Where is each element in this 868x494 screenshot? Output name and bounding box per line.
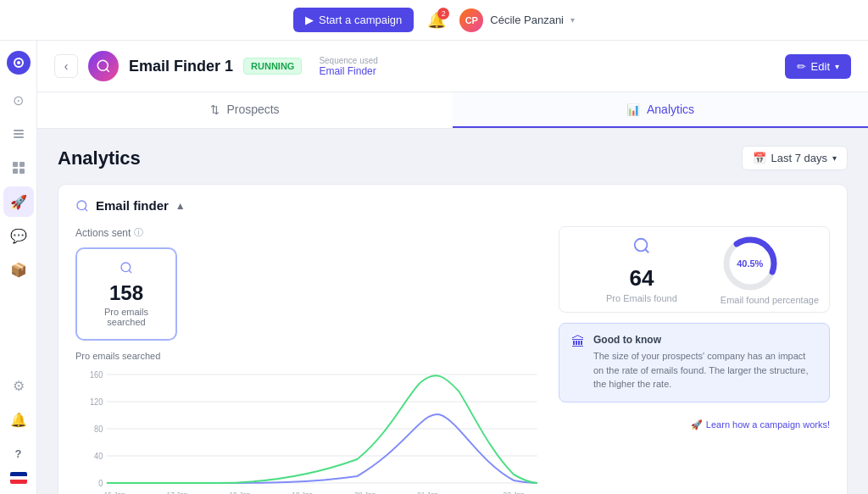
metric-pro-emails-label: Pro Emails found — [570, 293, 714, 303]
edit-button[interactable]: ✏ Edit ▾ — [785, 54, 851, 79]
section-title: Email finder — [96, 198, 169, 213]
svg-line-14 — [129, 270, 131, 273]
campaign-icon — [88, 51, 119, 81]
analytics-tab-icon: 📊 — [626, 103, 640, 116]
section-header: Email finder ▲ — [75, 198, 830, 213]
svg-text:80: 80 — [94, 425, 103, 434]
campaign-header: ‹ Email Finder 1 RUNNING Sequence used E… — [37, 41, 868, 92]
sidebar-item-messages[interactable]: 💬 — [3, 220, 34, 251]
right-panel: 64 Pro Emails found 40.5 — [559, 226, 830, 494]
edit-icon: ✏ — [797, 60, 806, 73]
sidebar-logo[interactable] — [7, 51, 31, 75]
sidebar-item-lists[interactable] — [3, 119, 34, 149]
learn-icon: 🚀 — [691, 419, 703, 430]
svg-text:40: 40 — [94, 452, 103, 461]
info-box: 🏛 Good to know The size of your prospect… — [559, 323, 830, 402]
sequence-label: Sequence used — [319, 56, 378, 65]
svg-line-12 — [85, 208, 87, 211]
svg-rect-7 — [13, 169, 18, 174]
svg-line-33 — [645, 249, 648, 253]
svg-text:15 Jan: 15 Jan — [104, 491, 125, 494]
svg-point-11 — [77, 201, 86, 210]
svg-line-10 — [106, 69, 108, 71]
analytics-header: Analytics 📅 Last 7 days ▾ — [58, 146, 848, 170]
metric-percentage-label: Email found percentage — [721, 295, 819, 305]
svg-text:19 Jan: 19 Jan — [229, 491, 250, 494]
user-name-label: Cécile Panzani — [490, 14, 564, 26]
start-campaign-button[interactable]: ▶ Start a campaign — [293, 8, 414, 32]
tabs-bar: ⇅ Prospects 📊 Analytics — [37, 92, 868, 129]
tab-analytics[interactable]: 📊 Analytics — [453, 92, 868, 128]
sequence-info: Sequence used Email Finder — [319, 56, 378, 77]
email-finder-section: Email finder ▲ Actions sent ⓘ — [58, 184, 848, 494]
language-flag[interactable] — [10, 472, 27, 484]
learn-link[interactable]: 🚀 Learn how a campaign works! — [559, 419, 830, 430]
date-filter-button[interactable]: 📅 Last 7 days ▾ — [742, 146, 849, 170]
sidebar-item-tools[interactable]: 📦 — [3, 254, 34, 285]
info-box-text: The size of your prospects' company has … — [593, 349, 817, 391]
avatar: CP — [459, 8, 483, 32]
notification-badge: 2 — [437, 8, 449, 19]
svg-point-1 — [17, 61, 20, 64]
sidebar: ⊙ 🚀 💬 📦 ⚙ 🔔 ? — [0, 41, 37, 494]
svg-point-9 — [97, 60, 108, 70]
prospects-tab-icon: ⇅ — [210, 103, 220, 116]
date-filter-chevron: ▾ — [832, 153, 837, 163]
top-nav-center: ▶ Start a campaign 🔔 2 CP Cécile Panzani… — [293, 8, 575, 32]
svg-point-32 — [635, 238, 648, 251]
date-filter-label: Last 7 days — [771, 152, 828, 164]
svg-text:120: 120 — [90, 397, 103, 407]
metric-search-icon — [570, 236, 714, 260]
svg-text:21 Jan: 21 Jan — [417, 491, 438, 494]
svg-rect-6 — [19, 162, 25, 167]
sidebar-item-notifications[interactable]: 🔔 — [3, 404, 34, 435]
chevron-down-icon: ▾ — [570, 15, 575, 25]
back-button[interactable]: ‹ — [54, 54, 78, 78]
search-magnify-icon — [75, 199, 89, 213]
svg-rect-5 — [13, 162, 18, 167]
sidebar-item-campaigns[interactable]: 🚀 — [3, 186, 34, 217]
stat-description: Pro emailssearched — [92, 307, 160, 327]
sidebar-item-settings[interactable]: ⚙ — [3, 370, 34, 401]
chart-container: 160 120 80 40 0 15 Jan — [75, 366, 545, 494]
svg-rect-3 — [14, 133, 24, 135]
left-panel: Actions sent ⓘ 158 Pro emailssearched Pr… — [75, 226, 545, 494]
sidebar-item-home[interactable]: ⊙ — [3, 85, 34, 115]
user-profile[interactable]: CP Cécile Panzani ▾ — [459, 8, 575, 32]
actions-sent-label: Actions sent ⓘ — [75, 226, 545, 239]
stat-number: 158 — [92, 281, 160, 305]
svg-text:20 Jan: 20 Jan — [354, 491, 376, 494]
sidebar-bottom: ⚙ 🔔 ? — [3, 370, 34, 484]
section-collapse-icon[interactable]: ▲ — [175, 200, 186, 212]
edit-label: Edit — [811, 60, 830, 73]
stat-search-icon — [92, 261, 160, 278]
edit-chevron-icon: ▾ — [835, 62, 839, 71]
calendar-icon: 📅 — [753, 152, 766, 164]
info-icon: ⓘ — [134, 226, 143, 239]
prospects-tab-label: Prospects — [226, 103, 279, 116]
svg-text:0: 0 — [98, 479, 103, 488]
stats-chart-layout: Actions sent ⓘ 158 Pro emailssearched Pr… — [75, 226, 830, 494]
analytics-page-title: Analytics — [58, 147, 141, 169]
metric-pro-emails-number: 64 — [570, 265, 714, 291]
back-icon: ‹ — [64, 59, 69, 73]
campaign-status-badge: RUNNING — [243, 58, 302, 75]
sidebar-item-contacts[interactable] — [3, 153, 34, 183]
info-box-icon: 🏛 — [571, 335, 585, 391]
info-box-title: Good to know — [593, 334, 817, 346]
learn-link-label: Learn how a campaign works! — [706, 419, 830, 430]
rocket-icon: ▶ — [305, 14, 314, 26]
tab-prospects[interactable]: ⇅ Prospects — [37, 92, 453, 128]
donut-chart: 40.5% — [721, 234, 780, 293]
analytics-tab-label: Analytics — [647, 103, 694, 116]
sidebar-item-help[interactable]: ? — [3, 438, 34, 469]
notification-bell[interactable]: 🔔 2 — [427, 11, 446, 30]
analytics-panel: Analytics 📅 Last 7 days ▾ Email finder ▲ — [37, 129, 868, 494]
start-campaign-label: Start a campaign — [319, 14, 402, 26]
chart-svg: 160 120 80 40 0 15 Jan — [75, 366, 545, 494]
campaign-title: Email Finder 1 — [129, 58, 233, 75]
svg-point-13 — [121, 263, 131, 272]
sequence-value-link[interactable]: Email Finder — [319, 65, 378, 77]
stat-box: 158 Pro emailssearched — [75, 247, 177, 341]
metrics-row: 64 Pro Emails found 40.5 — [559, 226, 830, 313]
